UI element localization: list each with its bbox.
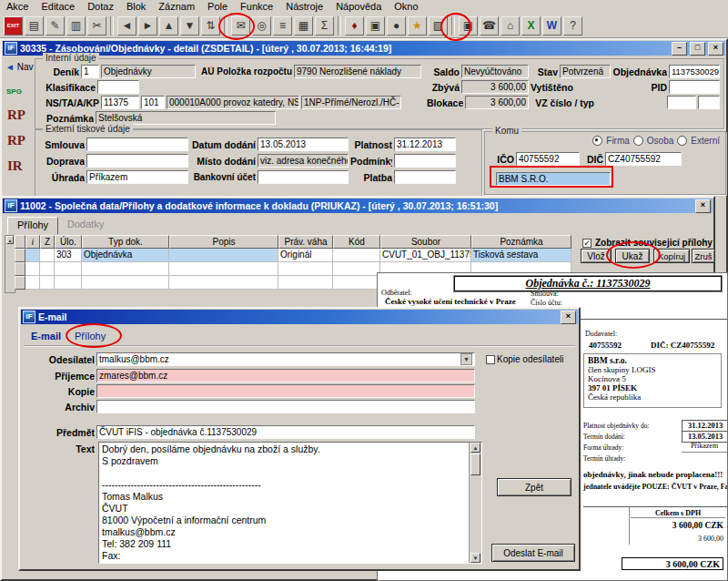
menu-napoveda[interactable]: Nápověda	[329, 0, 388, 14]
down-icon[interactable]: ▼	[180, 16, 199, 36]
header-i[interactable]: i	[25, 235, 40, 249]
scroll-up-icon[interactable]: ▲	[470, 443, 480, 453]
row-selector[interactable]	[15, 249, 25, 262]
misto-dodani-field[interactable]: viz. adresa konečného	[258, 154, 349, 168]
cell-z[interactable]	[40, 249, 55, 262]
doprava-field[interactable]	[86, 154, 188, 168]
word-icon[interactable]: W	[542, 16, 561, 36]
header-ulo[interactable]: Úlo.	[55, 235, 82, 249]
denik-name-field[interactable]: Objednávky	[101, 65, 196, 78]
header-prav-vaha[interactable]: Práv. váha	[278, 235, 333, 249]
kopiruj-button[interactable]: Kopíruj	[653, 249, 690, 263]
cell-soubor[interactable]: CVUT_01_OBJ_1137530...	[380, 249, 471, 262]
cell-popis[interactable]	[169, 249, 278, 262]
search-icon[interactable]: ◎	[252, 16, 271, 36]
row-selector[interactable]	[15, 262, 25, 276]
pattern-icon[interactable]: ▧	[429, 16, 448, 36]
tab-dodatky[interactable]: Dodatky	[60, 219, 111, 233]
menu-dotaz[interactable]: Dotaz	[81, 0, 120, 14]
favorites-icon[interactable]: ★	[408, 16, 427, 36]
grid-icon[interactable]: ▦	[294, 16, 313, 36]
up-icon[interactable]: ▲	[159, 16, 178, 36]
row-selector[interactable]	[15, 276, 25, 290]
header-z[interactable]: Z	[40, 235, 55, 249]
cell-kod[interactable]	[333, 249, 380, 262]
menu-pole[interactable]: Pole	[201, 0, 234, 14]
platba-field[interactable]	[394, 170, 456, 184]
send-mail-icon[interactable]: ✉	[231, 16, 250, 36]
au-field[interactable]: 9790 Nerozlišené náklady	[294, 65, 421, 78]
datum-dodani-field[interactable]: 13.05.2013	[258, 138, 349, 151]
sidebar-item-ir[interactable]: IR	[7, 158, 23, 174]
cell-poznamka[interactable]: Tisková sestava	[471, 249, 571, 262]
ukaz-button[interactable]: Ukaž	[615, 249, 650, 263]
radio-osoba[interactable]	[633, 136, 643, 146]
excel-icon[interactable]: X	[521, 16, 541, 36]
zrus-button[interactable]: Zruš	[692, 249, 715, 263]
tab-email[interactable]: E-mail	[31, 331, 61, 341]
close-button[interactable]: ×	[708, 42, 723, 56]
kopie-field[interactable]	[96, 384, 475, 398]
minimize-button[interactable]: –	[672, 42, 687, 56]
phone-icon[interactable]: ☎	[480, 16, 499, 36]
header-popis[interactable]: Popis	[169, 235, 278, 249]
vz-type-field[interactable]	[698, 96, 720, 109]
cell-i[interactable]	[25, 249, 40, 262]
close-button[interactable]: ×	[561, 311, 576, 324]
table-row[interactable]: 303 Objednávka Originál CVUT_01_OBJ_1137…	[15, 249, 571, 262]
odesilatel-combo[interactable]: tmalkus@bbm.cz ▼	[96, 352, 475, 366]
zpet-button[interactable]: Zpět	[497, 478, 571, 496]
sidebar-item-rp2[interactable]: RP	[7, 133, 25, 148]
help-icon[interactable]: ?	[563, 16, 582, 36]
menu-funkce[interactable]: Funkce	[234, 0, 279, 14]
maximize-button[interactable]: □	[690, 42, 705, 56]
cell-typ-dok[interactable]: Objednávka	[82, 249, 169, 262]
radio-externi[interactable]	[677, 136, 687, 146]
sidebar-item-rp1[interactable]: RP	[7, 107, 25, 123]
vz-number-field[interactable]	[667, 96, 696, 109]
menu-editace[interactable]: Editace	[35, 0, 81, 14]
list-icon[interactable]: ≡	[273, 16, 292, 36]
dot-icon[interactable]: ●	[387, 16, 406, 36]
bankovni-ucet-field[interactable]	[258, 170, 349, 184]
copy-icon[interactable]: ▥	[66, 16, 86, 36]
record-icon[interactable]: ▣	[366, 16, 385, 36]
objednavka-field[interactable]: 1137530029	[669, 65, 720, 78]
scroll-down-icon[interactable]: ▼	[470, 553, 480, 563]
scroll-up-icon[interactable]: ▲	[6, 236, 14, 244]
tab-prilohy[interactable]: Přílohy	[7, 217, 58, 235]
ns4-field[interactable]: 1NP-Přímé/Nerozl./HČ-	[301, 96, 401, 109]
sum-icon[interactable]: Σ	[315, 16, 334, 36]
odeslat-email-button[interactable]: Odeslat E-mail	[491, 544, 575, 562]
kopie-odesilateli-checkbox[interactable]	[486, 355, 495, 364]
scroll-thumb[interactable]	[470, 454, 480, 475]
platnost-field[interactable]: 31.12.2013	[394, 138, 456, 151]
cut-icon[interactable]: ✂	[87, 16, 106, 36]
uhrada-field[interactable]: Příkazem	[86, 170, 188, 184]
smlouva-field[interactable]	[86, 138, 188, 151]
klasifikace-field[interactable]	[97, 80, 139, 94]
ns2-field[interactable]: 101	[141, 96, 165, 109]
denik-number-field[interactable]: 1	[81, 65, 99, 78]
edit-icon[interactable]: ✎	[46, 16, 65, 36]
menu-blok[interactable]: Blok	[120, 0, 152, 14]
attachments-icon[interactable]: ▣	[459, 16, 478, 36]
firma-field[interactable]: BBM S.R.O.	[496, 172, 611, 186]
menu-nastroje[interactable]: Nástroje	[279, 0, 329, 14]
next-record-icon[interactable]: ►	[138, 16, 157, 36]
ns1-field[interactable]: 11375	[101, 96, 139, 109]
chevron-down-icon[interactable]: ▼	[460, 353, 472, 365]
header-kod[interactable]: Kód	[333, 235, 380, 249]
cell-prav-vaha[interactable]: Originál	[278, 249, 333, 262]
dic-field[interactable]: CZ40755592	[605, 152, 682, 166]
nav-collapse[interactable]: ◄ Nav	[5, 62, 33, 72]
marker-icon[interactable]: ♦	[345, 16, 364, 36]
exit-icon[interactable]: EXIT	[4, 16, 23, 36]
podminky-field[interactable]	[394, 154, 456, 168]
archiv-field[interactable]	[96, 400, 475, 413]
sidebar-item-spg[interactable]: SPG	[6, 87, 22, 96]
header-typ-dok[interactable]: Typ dok.	[82, 235, 169, 249]
pid-field[interactable]	[669, 80, 720, 94]
text-body-field[interactable]: Dobrý den, posíláme objednávku na zboží …	[98, 442, 482, 564]
menu-akce[interactable]: Akce	[0, 0, 35, 14]
